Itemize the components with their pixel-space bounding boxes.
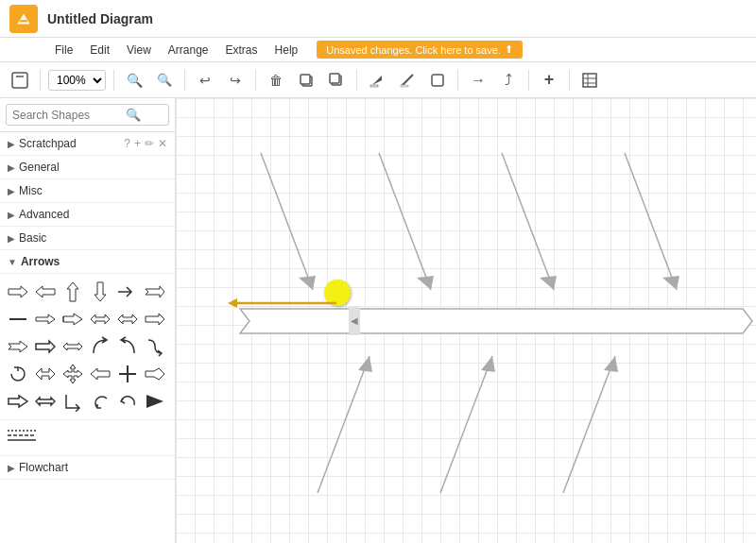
- sidebar-item-advanced[interactable]: ▶ Advanced: [0, 203, 175, 227]
- svg-marker-27: [9, 341, 27, 352]
- svg-line-44: [379, 153, 431, 290]
- arrow-shape-split[interactable]: [143, 362, 167, 386]
- sidebar-item-basic[interactable]: ▶ Basic: [0, 227, 175, 250]
- lines-icon[interactable]: [8, 426, 167, 450]
- fill-button[interactable]: [365, 68, 389, 93]
- delete-button[interactable]: 🗑: [264, 68, 288, 93]
- basic-label: Basic: [19, 231, 46, 245]
- zoom-in-button[interactable]: 🔍: [122, 68, 146, 93]
- svg-marker-29: [63, 343, 82, 350]
- menu-arrange[interactable]: Arrange: [161, 42, 216, 59]
- paste-button[interactable]: [324, 68, 349, 93]
- menu-help[interactable]: Help: [267, 42, 306, 59]
- svg-rect-8: [370, 85, 378, 87]
- svg-rect-11: [583, 74, 596, 87]
- chevron-right-icon: ▶: [8, 210, 15, 220]
- arrow-shape-curve-r[interactable]: [88, 334, 112, 359]
- svg-line-42: [261, 153, 313, 290]
- search-icon: 🔍: [126, 108, 141, 122]
- search-input-wrap[interactable]: 🔍: [6, 104, 169, 126]
- arrow-shape-undo[interactable]: [115, 389, 140, 414]
- svg-line-55: [563, 356, 615, 493]
- sidebar-item-general[interactable]: ▶ General: [0, 156, 175, 179]
- format-button[interactable]: [8, 68, 32, 93]
- arrow-shape-left-right[interactable]: [88, 307, 112, 331]
- arrow-shape-lr2[interactable]: [115, 307, 140, 331]
- sidebar-section-arrows: ▼ Arrows: [0, 250, 175, 456]
- arrow-shape-lr3[interactable]: [60, 334, 85, 359]
- question-icon[interactable]: ?: [124, 137, 130, 150]
- sidebar-item-arrows[interactable]: ▼ Arrows: [0, 250, 175, 274]
- toolbar-separator-7: [528, 70, 529, 91]
- arrow-shape-filled[interactable]: [143, 389, 167, 414]
- svg-marker-17: [67, 282, 78, 301]
- arrow-shape-curve-l[interactable]: [115, 334, 140, 359]
- toolbar-separator-2: [113, 70, 114, 91]
- arrow-shape-4way[interactable]: [60, 362, 85, 386]
- unsaved-changes-button[interactable]: Unsaved changes. Click here to save. ⬆: [317, 41, 523, 59]
- arrow-shape-lr4[interactable]: [33, 389, 58, 414]
- svg-marker-25: [118, 314, 137, 324]
- redo-button[interactable]: ↪: [223, 68, 248, 93]
- svg-marker-52: [358, 356, 372, 372]
- zoom-select[interactable]: 100% 75% 50% 150%: [48, 70, 106, 91]
- lines-section: [0, 420, 175, 456]
- toolbar-separator-6: [457, 70, 458, 91]
- waypoint-button[interactable]: ⤴: [496, 68, 521, 93]
- menu-view[interactable]: View: [119, 42, 159, 59]
- sidebar-item-flowchart[interactable]: ▶ Flowchart: [0, 456, 175, 480]
- svg-marker-54: [481, 356, 495, 372]
- svg-marker-28: [36, 341, 55, 352]
- arrow-shape-dash[interactable]: [6, 307, 30, 331]
- arrow-shape-right2[interactable]: [115, 280, 140, 304]
- arrow-shape-right[interactable]: [6, 280, 30, 304]
- plus-icon[interactable]: +: [134, 137, 141, 150]
- menu-file[interactable]: File: [47, 42, 80, 59]
- arrow-shape-r4[interactable]: [6, 334, 30, 359]
- arrow-shape-left[interactable]: [33, 280, 58, 304]
- arrow-shape-rotate[interactable]: [88, 389, 112, 414]
- zoom-out-button[interactable]: 🔍: [152, 68, 177, 93]
- menu-extras[interactable]: Extras: [218, 42, 266, 59]
- arrow-shape-up[interactable]: [60, 280, 85, 304]
- arrow-shape-left2[interactable]: [88, 362, 112, 386]
- arrow-shape-rotate-r[interactable]: [6, 362, 30, 386]
- arrow-shape-rr[interactable]: [6, 389, 30, 414]
- search-input[interactable]: [12, 109, 126, 122]
- connector-button[interactable]: →: [466, 68, 490, 93]
- svg-marker-31: [63, 365, 82, 383]
- arrow-shape-down[interactable]: [88, 280, 112, 304]
- shape-button[interactable]: [425, 68, 450, 93]
- sidebar-section-flowchart: ▶ Flowchart: [0, 456, 175, 480]
- add-button[interactable]: +: [537, 68, 561, 93]
- toolbar-separator-3: [184, 70, 185, 91]
- arrow-shape-s-curve[interactable]: [143, 334, 167, 359]
- svg-marker-24: [91, 314, 110, 324]
- line-color-button[interactable]: [395, 68, 420, 93]
- advanced-label: Advanced: [19, 208, 69, 221]
- arrow-shape-right-double[interactable]: [60, 307, 85, 331]
- toolbar-separator-4: [255, 70, 256, 91]
- arrow-shape-right-open[interactable]: [33, 307, 58, 331]
- menu-edit[interactable]: Edit: [82, 42, 117, 59]
- canvas-area[interactable]: ◀: [176, 98, 756, 543]
- arrow-shape-right-notch[interactable]: [143, 280, 167, 304]
- copy-page-button[interactable]: [294, 68, 318, 93]
- sidebar-item-misc[interactable]: ▶ Misc: [0, 179, 175, 203]
- arrow-shape-cross[interactable]: [115, 362, 140, 386]
- app-logo: [9, 5, 38, 33]
- edit-icon[interactable]: ✏: [145, 137, 154, 150]
- sidebar: 🔍 ▶ Scratchpad ? + ✏ ✕ ▶ General: [0, 98, 176, 543]
- svg-rect-7: [330, 74, 339, 83]
- sidebar-collapse-handle[interactable]: ◀: [349, 307, 360, 335]
- arrow-shape-r5[interactable]: [33, 334, 58, 359]
- arrow-shape-lr-wide[interactable]: [33, 362, 58, 386]
- arrow-shape-right3[interactable]: [143, 307, 167, 331]
- arrow-shape-hook-r[interactable]: [60, 389, 85, 414]
- header: Untitled Diagram: [0, 0, 756, 38]
- close-icon[interactable]: ✕: [158, 137, 167, 150]
- undo-button[interactable]: ↩: [193, 68, 217, 93]
- chevron-right-icon: ▶: [8, 233, 15, 244]
- sidebar-item-scratchpad[interactable]: ▶ Scratchpad ? + ✏ ✕: [0, 132, 175, 156]
- table-button[interactable]: [577, 68, 602, 93]
